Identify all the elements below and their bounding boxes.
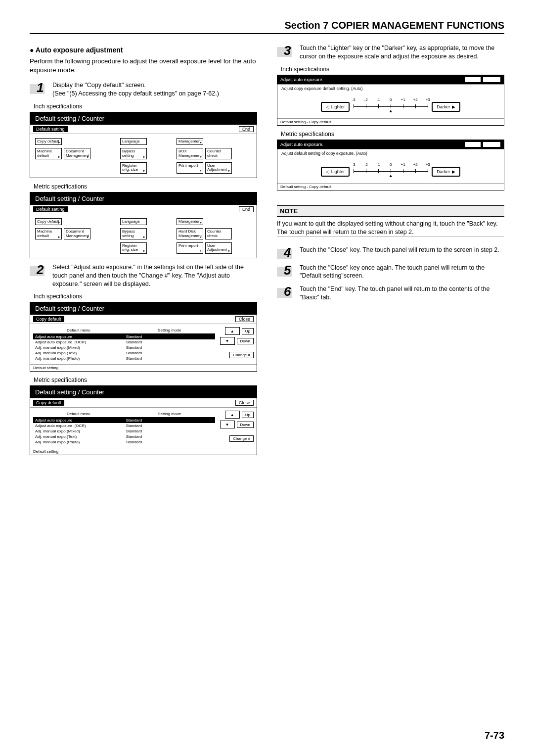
note-text: If you want to quit the displayed settin… — [277, 217, 504, 237]
panel-title: Default setting / Counter — [30, 112, 257, 125]
note-box: NOTE If you want to quit the displayed s… — [277, 205, 504, 237]
step-6: 6 Touch the "End" key. The touch panel w… — [277, 285, 504, 302]
change-button[interactable]: Change # — [229, 352, 254, 358]
subsection-heading: Auto exposure adjustment — [30, 46, 257, 54]
scale-cursor-icon: ▲ — [389, 108, 393, 113]
list-item: Adj. manual expo.(Mixed)Standard — [33, 345, 215, 350]
print-report-button[interactable]: Print report — [177, 162, 203, 174]
default-setting-panel-metric: Default setting / Counter Default settin… — [30, 192, 257, 258]
note-label: NOTE — [277, 205, 504, 217]
step-2: 2 Select "Adjust auto exposure." in the … — [30, 263, 257, 288]
language-button[interactable]: Language — [120, 138, 147, 145]
darker-button[interactable]: Darker ▶ — [432, 102, 460, 112]
box-mgmt-button[interactable]: BOX Management — [177, 148, 203, 159]
register-orig-button[interactable]: Register orig. size — [120, 162, 147, 174]
end-button[interactable]: End — [239, 206, 254, 212]
down-label[interactable]: Down — [237, 338, 254, 344]
copy-default-list-panel-metric: Default setting / Counter Copy defaultCl… — [30, 385, 257, 455]
default-setting-panel-inch: Default setting / Counter Default settin… — [30, 112, 257, 178]
step-4: 4 Touch the "Close" key. The touch panel… — [277, 246, 504, 259]
intro-text: Perform the following procedure to adjus… — [30, 57, 257, 74]
counter-check-button[interactable]: Counter check — [205, 148, 232, 159]
close-button[interactable]: Close — [235, 316, 254, 322]
page: Section 7 COPIER MANAGEMENT FUNCTIONS Au… — [0, 0, 534, 756]
machine-default-button[interactable]: Machine default — [35, 148, 62, 159]
metric-spec-label: Metric specifications — [34, 183, 257, 190]
end-button[interactable]: End — [239, 126, 254, 132]
page-header: Section 7 COPIER MANAGEMENT FUNCTIONS — [30, 20, 504, 34]
two-column-layout: Auto exposure adjustment Perform the fol… — [30, 44, 504, 460]
page-number: 7-73 — [485, 730, 504, 741]
exposure-panel-metric: Adjust auto exposure. Back Close Adjust … — [277, 140, 504, 190]
up-label[interactable]: Up — [242, 328, 254, 334]
user-adj-button[interactable]: User Adjustment — [205, 162, 232, 174]
list-item: Adjust auto exposure.Standard — [33, 334, 215, 339]
step-5: 5 Touch the "Close" key once again. The … — [277, 264, 504, 281]
down-arrow-button[interactable]: ▼ — [220, 337, 235, 345]
panel-tab-bar: Default setting End — [30, 125, 257, 134]
left-column: Auto exposure adjustment Perform the fol… — [30, 44, 257, 460]
hdd-mgmt-button[interactable]: Hard Disk Management — [177, 228, 203, 239]
management-button[interactable]: Management — [177, 138, 203, 145]
step-number-badge: 1 — [30, 81, 47, 98]
bypass-setting-button[interactable]: Bypass setting — [120, 148, 147, 159]
copy-default-button[interactable]: Copy default — [35, 138, 62, 145]
document-mgmt-button[interactable]: Document Management — [64, 148, 90, 159]
step-3: 3 Touch the "Lighter" key or the "Darker… — [277, 44, 504, 61]
step-1-text: Display the "Copy default" screen. (See … — [52, 81, 219, 98]
close-button[interactable]: Close — [483, 77, 501, 83]
lighter-button[interactable]: ◁ Lighter — [321, 102, 350, 112]
list-item: Adjust auto exposure. (OCR)Standard — [33, 339, 215, 345]
step-1: 1 Display the "Copy default" screen. (Se… — [30, 81, 257, 98]
list-item: Adj. manual expo.(Text)Standard — [33, 350, 215, 356]
list-item: Adj. manual expo.(Photo)Standard — [33, 356, 215, 361]
exposure-panel-inch: Adjust auto exposure. Back Close Adjust … — [277, 75, 504, 126]
touch-button-grid: Copy default Machine default Document Ma… — [30, 134, 257, 178]
copy-default-list-panel-inch: Default setting / Counter Copy default C… — [30, 302, 257, 372]
inch-spec-label: Inch specifications — [34, 103, 257, 110]
exposure-scale: -3 -2 -1 0 +1 +2 +3 ▲ — [354, 100, 428, 113]
settings-list[interactable]: Default menuSetting mode Adjust auto exp… — [33, 327, 215, 361]
up-arrow-button[interactable]: ▲ — [225, 327, 240, 335]
back-button[interactable]: Back — [464, 77, 481, 83]
section-title: Section 7 COPIER MANAGEMENT FUNCTIONS — [30, 20, 504, 33]
right-column: 3 Touch the "Lighter" key or the "Darker… — [277, 44, 504, 460]
